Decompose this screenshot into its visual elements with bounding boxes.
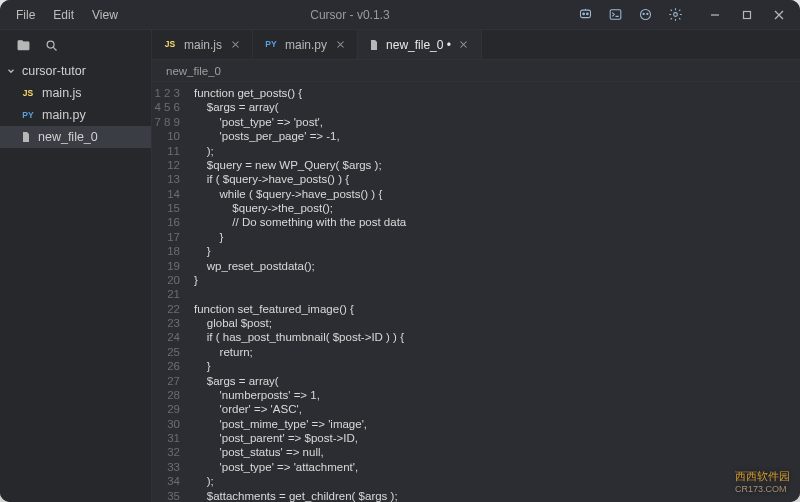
breadcrumb-label: new_file_0 [166,65,221,77]
minimize-button[interactable] [702,4,728,26]
close-icon[interactable] [228,38,242,52]
settings-icon[interactable] [664,4,686,26]
tree-folder-root[interactable]: cursor-tutor [0,60,151,82]
tree-file-label: main.js [42,86,82,100]
close-icon[interactable] [333,38,347,52]
file-badge-js: JS [162,39,178,50]
menu-view[interactable]: View [84,5,126,25]
file-badge-js: JS [20,88,36,99]
window-controls [702,4,792,26]
window-title: Cursor - v0.1.3 [126,8,574,22]
title-bar: File Edit View Cursor - v0.1.3 [0,0,800,30]
tab-mainjs[interactable]: JS main.js [152,30,253,59]
app-window: { "title": "Cursor - v0.1.3", "menu": {"… [0,0,800,502]
copilot-icon[interactable] [634,4,656,26]
file-badge-py: PY [20,110,36,121]
editor-tabs: JS main.js PY main.py new_file_0 • [152,30,800,60]
explorer-icon[interactable] [14,36,32,54]
svg-point-7 [673,13,677,17]
tree-file-mainpy[interactable]: PY main.py [0,104,151,126]
search-icon[interactable] [42,36,60,54]
file-tree: cursor-tutor JS main.js PY main.py new_f… [0,60,151,148]
svg-point-2 [586,13,588,15]
tree-file-mainjs[interactable]: JS main.js [0,82,151,104]
tab-label: new_file_0 • [386,38,451,52]
svg-point-5 [643,13,644,14]
editor-area: JS main.js PY main.py new_file_0 • new_f… [152,30,800,502]
tree-file-newfile0[interactable]: new_file_0 [0,126,151,148]
title-actions [574,4,792,26]
svg-point-1 [582,13,584,15]
sidebar: cursor-tutor JS main.js PY main.py new_f… [0,30,152,502]
svg-rect-8 [744,11,751,18]
close-button[interactable] [766,4,792,26]
tab-mainpy[interactable]: PY main.py [253,30,358,59]
file-badge-py: PY [263,39,279,50]
line-gutter: 1 2 3 4 5 6 7 8 9 10 11 12 13 14 15 16 1… [152,82,188,502]
code-content[interactable]: function get_posts() { $args = array( 'p… [188,82,800,502]
menu-edit[interactable]: Edit [45,5,82,25]
svg-point-4 [640,10,650,20]
svg-point-9 [47,41,54,48]
tab-newfile0[interactable]: new_file_0 • [358,30,482,59]
svg-rect-0 [580,10,590,18]
ai-chat-icon[interactable] [574,4,596,26]
tree-file-label: main.py [42,108,86,122]
app-body: cursor-tutor JS main.js PY main.py new_f… [0,30,800,502]
sidebar-toolbar [0,30,151,60]
code-editor[interactable]: 1 2 3 4 5 6 7 8 9 10 11 12 13 14 15 16 1… [152,82,800,502]
file-icon [368,39,380,51]
close-icon[interactable] [457,38,471,52]
tree-folder-label: cursor-tutor [22,64,86,78]
tab-label: main.py [285,38,327,52]
menu-file[interactable]: File [8,5,43,25]
tree-file-label: new_file_0 [38,130,98,144]
tab-label: main.js [184,38,222,52]
terminal-icon[interactable] [604,4,626,26]
maximize-button[interactable] [734,4,760,26]
breadcrumb: new_file_0 [152,60,800,82]
menu-bar: File Edit View [8,5,126,25]
svg-point-6 [646,13,647,14]
svg-rect-3 [610,10,621,19]
